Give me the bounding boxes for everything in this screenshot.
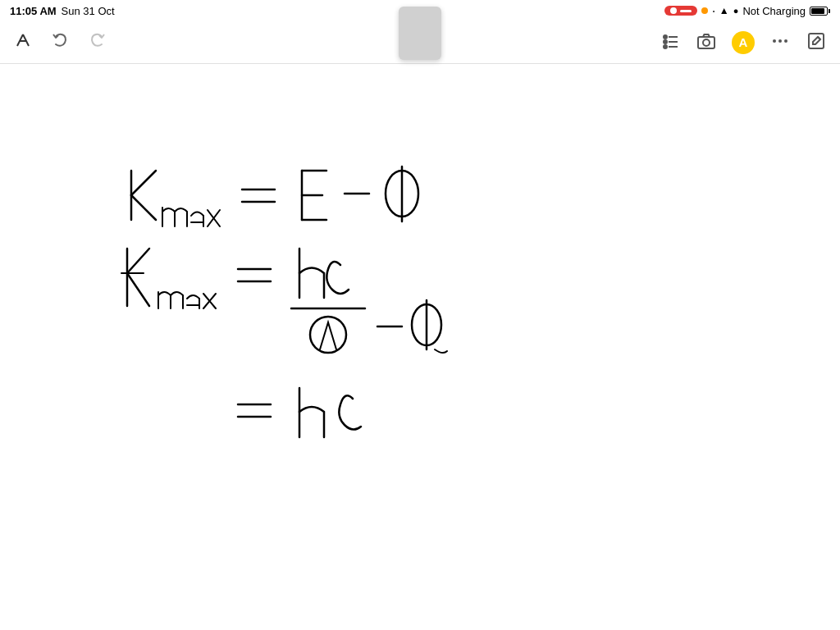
status-date: Sun 31 Oct bbox=[62, 5, 115, 17]
toolbar-right: A bbox=[660, 30, 827, 55]
canvas-area[interactable] bbox=[0, 64, 840, 630]
undo-button[interactable] bbox=[49, 30, 71, 56]
toolbar-left bbox=[13, 30, 108, 56]
svg-rect-14 bbox=[809, 34, 824, 48]
orange-dot-indicator bbox=[701, 7, 708, 14]
svg-point-7 bbox=[664, 45, 667, 48]
svg-point-5 bbox=[664, 40, 667, 43]
record-line bbox=[680, 10, 692, 12]
svg-point-10 bbox=[703, 39, 710, 46]
svg-point-3 bbox=[664, 35, 667, 39]
text-style-button[interactable]: A bbox=[732, 31, 755, 54]
svg-point-13 bbox=[784, 39, 788, 43]
lasso-tool-icon[interactable] bbox=[13, 30, 33, 55]
status-left: 11:05 AM Sun 31 Oct bbox=[10, 5, 115, 17]
wifi-icon: ⋅ bbox=[712, 5, 715, 17]
svg-point-11 bbox=[773, 39, 776, 43]
camera-icon[interactable] bbox=[696, 30, 717, 55]
svg-line-15 bbox=[818, 37, 820, 39]
signal-icon: ▲ bbox=[719, 5, 729, 16]
record-indicator bbox=[664, 6, 697, 16]
battery-status-text: Not Charging bbox=[742, 5, 806, 17]
status-right: ⋅ ▲ ● Not Charging bbox=[664, 5, 830, 17]
redo-button[interactable] bbox=[87, 30, 108, 56]
battery-icon bbox=[810, 7, 830, 16]
more-options-icon[interactable] bbox=[769, 30, 791, 55]
status-time: 11:05 AM bbox=[10, 5, 57, 17]
list-icon[interactable] bbox=[660, 30, 681, 55]
record-dot bbox=[670, 7, 677, 14]
equation-canvas bbox=[82, 105, 656, 450]
location-icon: ● bbox=[733, 6, 739, 16]
svg-point-12 bbox=[778, 39, 782, 43]
status-bar: 11:05 AM Sun 31 Oct ⋅ ▲ ● Not Charging bbox=[0, 0, 840, 21]
edit-icon[interactable] bbox=[806, 30, 827, 55]
